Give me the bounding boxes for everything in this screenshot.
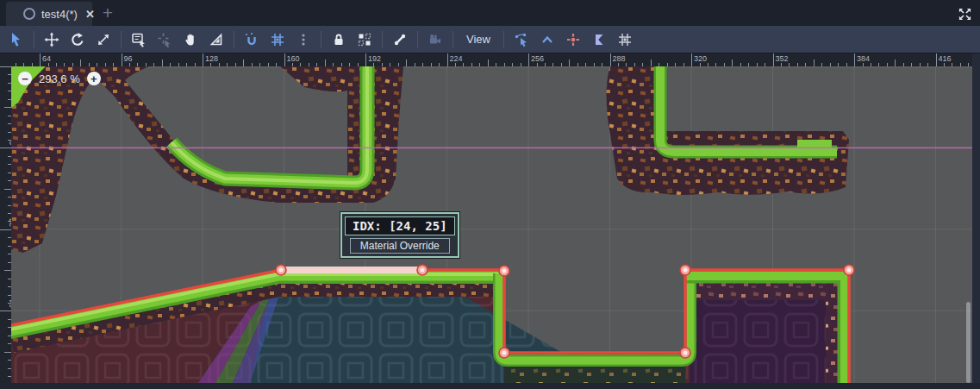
new-tab-button[interactable]: + <box>97 0 119 26</box>
terrain-top-right <box>607 66 849 195</box>
terrain-bottom-shape <box>11 265 854 383</box>
scene-icon <box>23 8 35 20</box>
ruler-top-label: 96 <box>124 54 133 63</box>
tab-close-icon[interactable]: ✕ <box>85 8 95 21</box>
toolbar-separator <box>417 31 418 48</box>
ruler-top-label: 224 <box>450 54 463 63</box>
scene-tab-title: test4(*) <box>41 8 78 21</box>
rotate-tool[interactable] <box>65 28 91 51</box>
grid-snap-toggle[interactable] <box>265 28 290 51</box>
lock-button[interactable] <box>326 28 352 51</box>
select-tool[interactable] <box>3 28 29 51</box>
ruler-top-label: 352 <box>776 54 789 63</box>
ruler-top-label: 192 <box>368 54 381 63</box>
ruler-top-label: 384 <box>857 54 870 63</box>
zoom-out-button[interactable]: − <box>18 72 32 85</box>
viewport-edge-right <box>972 53 980 389</box>
ruler-corner <box>0 53 11 66</box>
zoom-percentage[interactable]: 293.6 % <box>39 72 80 85</box>
tooltip-idx-value: IDX: [24, 25] <box>345 216 455 235</box>
smart-snap-toggle[interactable] <box>239 28 265 51</box>
scene-tab-active[interactable]: test4(*) ✕ <box>6 2 92 26</box>
ruler-top-label: 160 <box>287 54 300 63</box>
list-select-tool[interactable] <box>126 28 152 51</box>
pan-tool[interactable] <box>178 28 203 51</box>
toolbar-separator <box>321 31 321 48</box>
camera-override-button[interactable] <box>422 28 448 51</box>
scale-tool[interactable] <box>91 28 116 51</box>
toolbar-separator <box>34 31 34 48</box>
ruler-tool[interactable] <box>203 28 229 51</box>
shape-pivot-tool[interactable] <box>560 28 586 51</box>
godot-2d-editor: test4(*) ✕ + <box>0 0 980 389</box>
ruler-vertical: 03264 <box>0 66 11 383</box>
zoom-control: − 293.6 % + <box>18 72 101 85</box>
toolbar-separator <box>121 31 122 48</box>
expand-icon[interactable] <box>953 3 976 24</box>
tooltip-material-override: Material Override <box>350 238 450 254</box>
shape-snap-menu[interactable] <box>612 28 638 51</box>
scene-render <box>11 66 972 383</box>
viewport-canvas[interactable]: − 293.6 % + IDX: [24, 25] Material Overr… <box>11 66 972 383</box>
edge-edit-tool[interactable] <box>534 28 560 51</box>
shape-tooltip: IDX: [24, 25] Material Override <box>340 212 459 258</box>
ruler-top-label: 128 <box>205 54 218 63</box>
snap-options-menu[interactable] <box>290 28 316 51</box>
view-menu[interactable]: View <box>458 28 499 51</box>
ruler-top-label: 416 <box>939 54 952 63</box>
toolbar-separator <box>234 31 234 48</box>
toolbar-separator <box>503 31 504 48</box>
move-tool[interactable] <box>39 28 65 51</box>
scene-tab-bar: test4(*) ✕ + <box>0 0 980 26</box>
x-axis-line <box>11 147 972 149</box>
ruler-horizontal: 6496128160192224256288320352384416 <box>11 53 972 66</box>
ruler-top-label: 320 <box>694 54 707 63</box>
canvas-toolbar: View <box>0 26 980 53</box>
ruler-top-label: 64 <box>42 54 51 63</box>
toolbar-separator <box>453 31 453 48</box>
skeleton-menu[interactable] <box>387 28 413 51</box>
group-button[interactable] <box>352 28 378 51</box>
freehand-tool[interactable] <box>586 28 612 51</box>
pivot-tool[interactable] <box>152 28 178 51</box>
point-edit-tool[interactable] <box>509 28 534 51</box>
viewport-edge-bottom <box>0 383 980 389</box>
ruler-top-label: 256 <box>531 54 544 63</box>
ruler-top-label: 288 <box>613 54 626 63</box>
zoom-in-button[interactable]: + <box>87 72 101 85</box>
toolbar-separator <box>382 31 383 48</box>
vertical-scrollbar[interactable] <box>966 302 971 383</box>
